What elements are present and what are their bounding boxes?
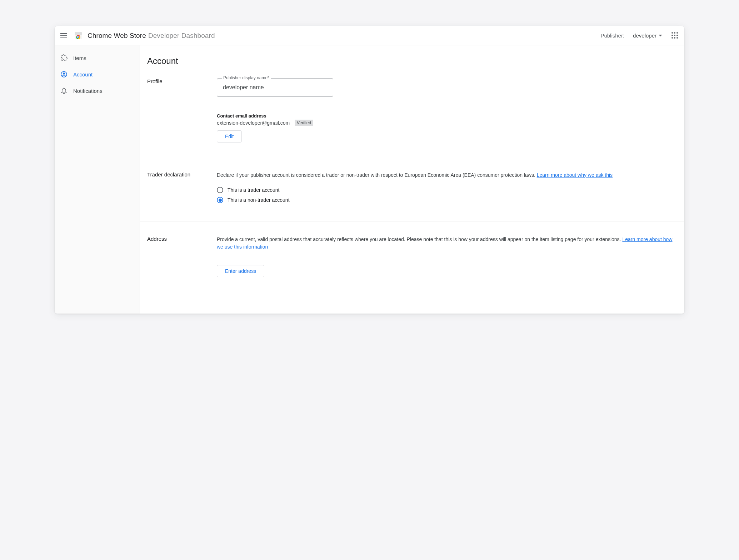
extension-icon bbox=[60, 54, 68, 61]
chevron-down-icon bbox=[659, 35, 662, 36]
enter-address-button[interactable]: Enter address bbox=[217, 265, 264, 277]
sidebar-item-notifications[interactable]: Notifications bbox=[55, 82, 140, 99]
page-title: Account bbox=[140, 45, 684, 75]
display-name-label: Publisher display name* bbox=[222, 75, 271, 80]
section-trader-declaration: Trader declaration Declare if your publi… bbox=[140, 157, 684, 221]
title-main: Chrome Web Store bbox=[88, 32, 146, 40]
hamburger-menu-icon[interactable] bbox=[60, 31, 69, 40]
radio-icon-selected bbox=[217, 197, 223, 203]
dashboard-window: Chrome Web Store Developer Dashboard Pub… bbox=[55, 26, 684, 314]
section-label-profile: Profile bbox=[147, 78, 210, 142]
main-content: Account Profile Publisher display name* … bbox=[140, 45, 684, 314]
trader-learn-more-link[interactable]: Learn more about why we ask this bbox=[537, 172, 613, 178]
trader-description-text: Declare if your publisher account is con… bbox=[217, 172, 537, 178]
body-area: Items Account Notifications Account Prof… bbox=[55, 45, 684, 314]
radio-label-nontrader: This is a non-trader account bbox=[228, 197, 290, 203]
svg-point-5 bbox=[63, 72, 65, 74]
topbar: Chrome Web Store Developer Dashboard Pub… bbox=[55, 26, 684, 45]
section-address: Address Provide a current, valid postal … bbox=[140, 221, 684, 288]
publisher-label: Publisher: bbox=[600, 32, 624, 39]
edit-email-button[interactable]: Edit bbox=[217, 130, 242, 142]
sidebar-item-label: Notifications bbox=[73, 88, 103, 94]
trader-description: Declare if your publisher account is con… bbox=[217, 171, 670, 179]
account-icon bbox=[60, 71, 68, 78]
chrome-web-store-logo-icon bbox=[74, 31, 83, 40]
svg-rect-0 bbox=[75, 32, 82, 35]
sidebar-item-items[interactable]: Items bbox=[55, 50, 140, 66]
title-sub: Developer Dashboard bbox=[148, 32, 215, 40]
contact-email-value: extension-developer@gmail.com bbox=[217, 120, 290, 126]
sidebar-item-account[interactable]: Account bbox=[55, 66, 140, 82]
display-name-field-wrap: Publisher display name* bbox=[217, 78, 333, 97]
address-description-text: Provide a current, valid postal address … bbox=[217, 236, 622, 242]
sidebar-item-label: Account bbox=[73, 71, 93, 78]
bell-icon bbox=[60, 87, 68, 94]
radio-icon bbox=[217, 187, 223, 193]
address-description: Provide a current, valid postal address … bbox=[217, 236, 674, 251]
verified-badge: Verified bbox=[295, 120, 313, 126]
sidebar-item-label: Items bbox=[73, 55, 86, 61]
publisher-dropdown[interactable]: developer bbox=[633, 32, 662, 39]
contact-email-label: Contact email address bbox=[217, 113, 670, 119]
radio-nontrader[interactable]: This is a non-trader account bbox=[217, 197, 670, 203]
contact-email-row: extension-developer@gmail.com Verified bbox=[217, 120, 670, 126]
app-title: Chrome Web Store Developer Dashboard bbox=[88, 32, 215, 40]
publisher-selected: developer bbox=[633, 32, 656, 39]
sidebar: Items Account Notifications bbox=[55, 45, 140, 314]
radio-label-trader: This is a trader account bbox=[228, 187, 280, 193]
section-label-trader: Trader declaration bbox=[147, 171, 210, 207]
google-apps-icon[interactable] bbox=[671, 32, 679, 39]
display-name-input[interactable] bbox=[217, 78, 333, 97]
radio-trader[interactable]: This is a trader account bbox=[217, 187, 670, 193]
section-profile: Profile Publisher display name* Contact … bbox=[140, 75, 684, 157]
section-label-address: Address bbox=[147, 236, 210, 277]
